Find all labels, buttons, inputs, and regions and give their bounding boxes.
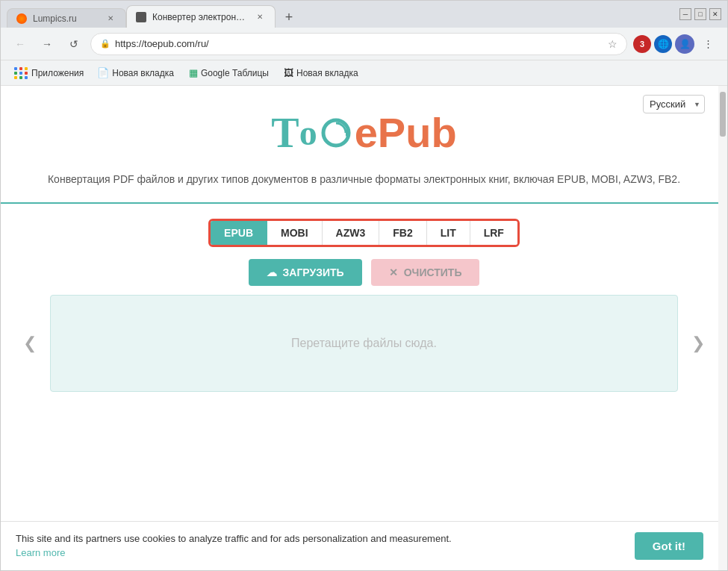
tab-lumpics[interactable]: Lumpics.ru ✕ xyxy=(7,8,126,28)
extensions-badge[interactable]: 3 xyxy=(633,35,651,53)
logo-e: e xyxy=(355,108,378,157)
profile-avatar[interactable]: 👤 xyxy=(675,34,694,54)
apps-dot xyxy=(25,67,28,70)
url-bar[interactable]: 🔒 https://toepub.com/ru/ ☆ xyxy=(90,33,627,55)
back-button[interactable]: ← xyxy=(10,34,31,54)
title-bar: Lumpics.ru ✕ Конвертер электронных книг … xyxy=(1,1,727,28)
sheets-icon: ▦ xyxy=(189,67,198,78)
url-text: https://toepub.com/ru/ xyxy=(115,38,603,49)
bookmark-new-tab-1-label: Новая вкладка xyxy=(112,68,174,78)
page-wrapper: Русский English T o e P u xyxy=(1,86,727,570)
apps-dot xyxy=(25,72,28,75)
bookmark-sheets-label: Google Таблицы xyxy=(201,68,269,78)
format-tab-lit[interactable]: LIT xyxy=(427,221,470,245)
new-tab-button[interactable]: + xyxy=(279,7,299,28)
logo-circle-icon xyxy=(320,117,352,149)
drop-zone-wrapper: ❮ Перетащите файлы сюда. ❯ xyxy=(1,295,727,392)
forward-button[interactable]: → xyxy=(37,34,57,54)
logo-area: T o e P u b xyxy=(1,86,727,172)
menu-button[interactable]: ⋮ xyxy=(697,34,718,54)
logo-o: o xyxy=(299,112,317,153)
logo-b: b xyxy=(431,108,456,157)
cookie-text-area: This site and its partners use cookies t… xyxy=(16,532,620,559)
upload-icon: ☁ xyxy=(267,266,277,278)
toolbar-right: 3 🌐 👤 ⋮ xyxy=(633,34,718,54)
format-tab-fb2[interactable]: FB2 xyxy=(379,221,426,245)
maximize-button[interactable]: □ xyxy=(694,8,706,20)
drop-zone[interactable]: Перетащите файлы сюда. xyxy=(50,295,678,392)
logo-P: P xyxy=(378,108,405,157)
logo-container: T o e P u b xyxy=(1,108,727,157)
carousel-right-button[interactable]: ❯ xyxy=(687,332,709,355)
language-selector[interactable]: Русский English xyxy=(643,95,705,113)
extensions-count: 3 xyxy=(640,40,644,49)
language-dropdown-wrapper[interactable]: Русский English xyxy=(643,95,705,113)
clear-button[interactable]: ✕ ОЧИСТИТЬ xyxy=(371,259,480,286)
cookie-message: This site and its partners use cookies t… xyxy=(16,533,452,544)
learn-more-link[interactable]: Learn more xyxy=(16,547,65,558)
logo-T: T xyxy=(271,109,299,157)
apps-dot xyxy=(25,76,28,79)
bookmark-new-tab-2[interactable]: 🖼 Новая вкладка xyxy=(278,64,364,81)
page-content: Русский English T o e P u xyxy=(1,86,727,570)
apps-dot xyxy=(19,72,22,75)
carousel-left-button[interactable]: ❮ xyxy=(19,332,41,355)
got-it-button[interactable]: Got it! xyxy=(635,532,703,560)
image-icon: 🖼 xyxy=(284,67,293,78)
scrollbar-thumb[interactable] xyxy=(720,92,726,137)
minimize-button[interactable]: ─ xyxy=(679,8,691,20)
cookie-banner: This site and its partners use cookies t… xyxy=(1,521,718,570)
format-tabs: EPUB MOBI AZW3 FB2 LIT LRF xyxy=(208,219,520,247)
subtitle: Конвертация PDF файлов и других типов до… xyxy=(1,172,727,204)
subtitle-text: Конвертация PDF файлов и других типов до… xyxy=(48,173,680,185)
tabs-area: Lumpics.ru ✕ Конвертер электронных книг … xyxy=(7,1,673,28)
format-tab-lrf[interactable]: LRF xyxy=(470,221,517,245)
translate-icon[interactable]: 🌐 xyxy=(654,35,672,53)
format-tab-mobi[interactable]: MOBI xyxy=(267,221,323,245)
scrollbar[interactable] xyxy=(718,86,727,570)
drop-zone-placeholder: Перетащите файлы сюда. xyxy=(291,337,437,350)
browser-window: Lumpics.ru ✕ Конвертер электронных книг … xyxy=(0,0,728,571)
lumpics-favicon-icon xyxy=(16,13,27,24)
language-dropdown[interactable]: Русский English xyxy=(643,95,705,113)
tab-toepub-title: Конвертер электронных книг – xyxy=(152,12,248,22)
upload-label: ЗАГРУЗИТЬ xyxy=(283,266,344,278)
bookmark-sheets[interactable]: ▦ Google Таблицы xyxy=(183,64,275,81)
format-tabs-wrapper: EPUB MOBI AZW3 FB2 LIT LRF xyxy=(1,219,727,247)
lock-icon: 🔒 xyxy=(100,39,111,49)
apps-dot xyxy=(19,76,22,79)
format-tab-azw3[interactable]: AZW3 xyxy=(323,221,380,245)
buttons-row: ☁ ЗАГРУЗИТЬ ✕ ОЧИСТИТЬ xyxy=(1,259,727,286)
tab-close-toepub[interactable]: ✕ xyxy=(254,11,266,23)
bookmark-new-tab-1[interactable]: 📄 Новая вкладка xyxy=(91,64,180,81)
format-tab-epub[interactable]: EPUB xyxy=(211,221,267,245)
apps-dot xyxy=(14,67,17,70)
window-controls: ─ □ ✕ xyxy=(679,8,721,20)
tab-close-lumpics[interactable]: ✕ xyxy=(105,13,116,25)
apps-dot xyxy=(19,67,22,70)
apps-label: Приложения xyxy=(31,68,84,78)
epub-favicon-icon xyxy=(136,12,146,22)
tab-toepub[interactable]: Конвертер электронных книг – ✕ xyxy=(126,5,276,28)
bookmark-star-icon[interactable]: ☆ xyxy=(608,38,617,50)
tab-lumpics-title: Lumpics.ru xyxy=(33,13,99,24)
clear-label: ОЧИСТИТЬ xyxy=(404,266,462,278)
doc-icon: 📄 xyxy=(97,67,109,78)
close-button[interactable]: ✕ xyxy=(709,8,721,20)
apps-grid-icon xyxy=(14,67,28,79)
clear-icon: ✕ xyxy=(389,266,398,278)
apps-button[interactable]: Приложения xyxy=(10,64,88,82)
bookmark-new-tab-2-label: Новая вкладка xyxy=(296,68,358,78)
logo-u: u xyxy=(405,108,431,157)
address-bar: ← → ↺ 🔒 https://toepub.com/ru/ ☆ 3 🌐 👤 ⋮ xyxy=(1,28,727,60)
bookmarks-bar: Приложения 📄 Новая вкладка ▦ Google Табл… xyxy=(1,60,727,86)
apps-dot xyxy=(14,76,17,79)
apps-dot xyxy=(14,72,17,75)
reload-button[interactable]: ↺ xyxy=(63,34,84,54)
upload-button[interactable]: ☁ ЗАГРУЗИТЬ xyxy=(249,259,362,286)
